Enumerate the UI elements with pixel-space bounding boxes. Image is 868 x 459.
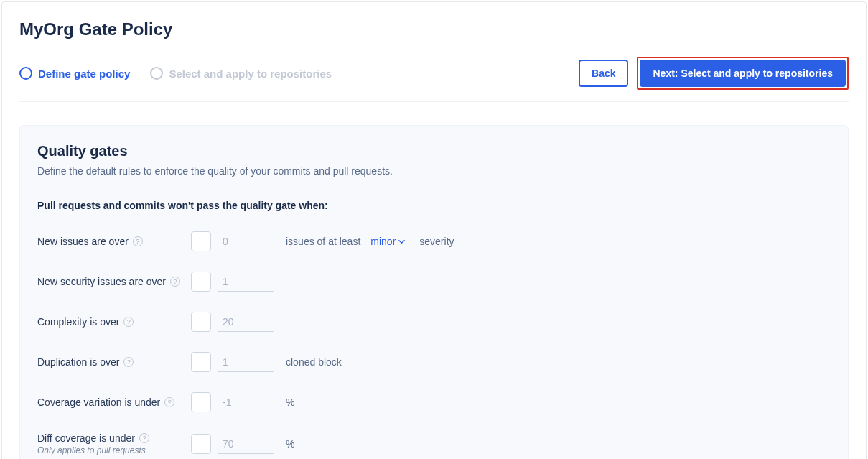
help-icon[interactable]: ? [133, 236, 143, 246]
radio-icon [150, 67, 163, 80]
chevron-down-icon [398, 238, 405, 245]
step-label: Define gate policy [38, 68, 130, 80]
rule-label: Coverage variation is under [37, 397, 160, 408]
rule-label: Complexity is over [37, 316, 119, 328]
rule-threshold-input[interactable] [218, 272, 274, 292]
severity-select[interactable]: minor [370, 236, 405, 247]
rule-threshold-input[interactable] [218, 434, 274, 454]
rule-checkbox[interactable] [191, 312, 211, 332]
suffix-text: severity [419, 236, 454, 247]
rule-complexity: Complexity is over ? [37, 312, 831, 332]
help-icon[interactable]: ? [123, 317, 134, 327]
rule-label: Duplication is over [37, 356, 119, 368]
radio-icon [19, 67, 32, 80]
step-define-gate-policy[interactable]: Define gate policy [19, 67, 130, 80]
panel-description: Define the default rules to enforce the … [37, 165, 831, 177]
rule-checkbox[interactable] [191, 231, 211, 251]
rule-threshold-input[interactable] [218, 392, 274, 412]
toolbar: Define gate policy Select and apply to r… [19, 57, 849, 102]
help-icon[interactable]: ? [139, 433, 149, 443]
back-button[interactable]: Back [579, 60, 628, 87]
suffix-text: issues of at least [286, 236, 360, 247]
rule-new-security-issues: New security issues are over ? [37, 272, 831, 292]
rule-coverage-variation: Coverage variation is under ? % [37, 392, 831, 412]
page-title: MyOrg Gate Policy [19, 19, 849, 40]
rules-heading: Pull requests and commits won't pass the… [37, 200, 831, 211]
suffix-text: cloned block [286, 356, 342, 368]
panel-title: Quality gates [37, 143, 831, 159]
suffix-text: % [286, 438, 294, 450]
help-icon[interactable]: ? [123, 357, 134, 367]
suffix-text: % [286, 397, 294, 408]
rule-new-issues: New issues are over ? issues of at least… [37, 231, 831, 251]
select-value: minor [370, 236, 396, 247]
wizard-steps: Define gate policy Select and apply to r… [19, 67, 332, 80]
rule-checkbox[interactable] [191, 352, 211, 372]
rule-note: Only applies to pull requests [37, 445, 191, 455]
help-icon[interactable]: ? [170, 277, 180, 287]
rule-label: New issues are over [37, 236, 129, 247]
rule-label: Diff coverage is under [37, 432, 135, 444]
rule-checkbox[interactable] [191, 434, 211, 454]
rule-label: New security issues are over [37, 276, 166, 287]
rule-checkbox[interactable] [191, 272, 211, 292]
step-label: Select and apply to repositories [169, 68, 332, 80]
toolbar-actions: Back Next: Select and apply to repositor… [579, 57, 849, 90]
help-icon[interactable]: ? [164, 397, 174, 407]
rule-threshold-input[interactable] [218, 312, 274, 332]
next-button[interactable]: Next: Select and apply to repositories [640, 60, 846, 87]
rule-threshold-input[interactable] [218, 231, 274, 251]
step-select-apply-repos[interactable]: Select and apply to repositories [150, 67, 332, 80]
quality-gates-panel: Quality gates Define the default rules t… [19, 125, 849, 459]
rule-duplication: Duplication is over ? cloned block [37, 352, 831, 372]
rule-threshold-input[interactable] [218, 352, 274, 372]
rule-diff-coverage: Diff coverage is under ? Only applies to… [37, 432, 831, 455]
page-container: MyOrg Gate Policy Define gate policy Sel… [1, 1, 867, 459]
highlight-next-button: Next: Select and apply to repositories [637, 57, 849, 90]
rule-checkbox[interactable] [191, 392, 211, 412]
